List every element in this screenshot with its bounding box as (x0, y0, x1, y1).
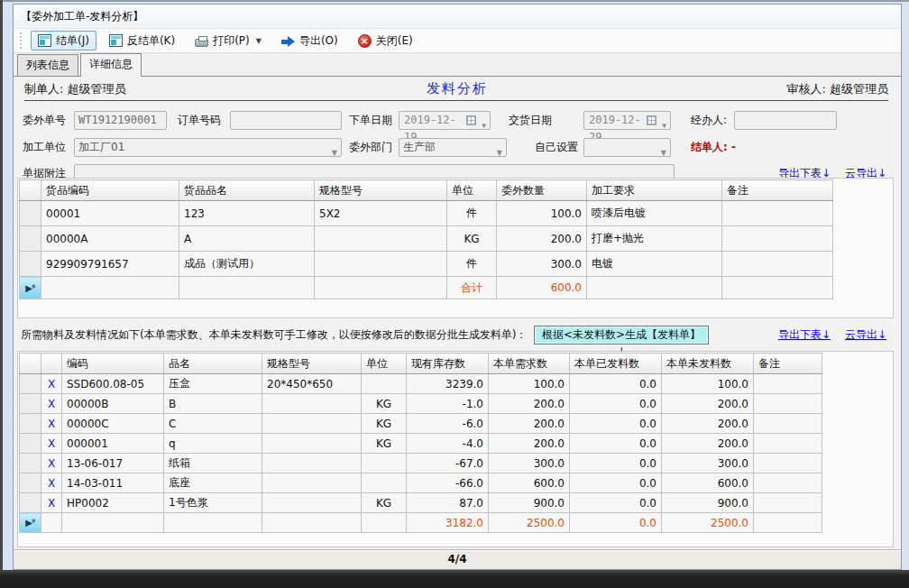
cell-remark (754, 454, 822, 473)
row-selector[interactable] (20, 374, 41, 394)
calendar-icon[interactable] (647, 115, 656, 125)
cell-unissued[interactable]: 100.0 (662, 374, 754, 394)
cell-need[interactable]: 200.0 (489, 434, 570, 454)
close-window-button[interactable]: × 关闭(E) (351, 31, 420, 51)
delete-row-button[interactable]: X (41, 394, 62, 414)
print-dropdown-caret-icon[interactable]: ▼ (256, 37, 262, 45)
cloud-export-link-mid[interactable]: 云导出↓ (845, 327, 886, 343)
table-row[interactable]: X00000BBKG-1.0200.00.0200.0 (20, 394, 822, 414)
col-header-unit[interactable]: 单位 (362, 354, 407, 374)
col-header-unissued-qty[interactable]: 本单未发料数 (662, 354, 754, 374)
cell-qty: 100.0 (497, 201, 587, 226)
tab-detail-info[interactable]: 详细信息 (80, 53, 142, 77)
cell-stock: -6.0 (407, 414, 489, 434)
chevron-down-icon[interactable]: ▼ (661, 144, 666, 161)
table-total-row[interactable]: ▶*合计600.0 (20, 277, 833, 299)
cell-unissued[interactable]: 300.0 (662, 454, 754, 473)
agent-field[interactable] (734, 111, 837, 130)
process-unit-combo[interactable]: 加工厂01▼ (74, 138, 342, 157)
close-label: 关闭(E) (376, 33, 413, 49)
cell-need[interactable]: 900.0 (489, 493, 570, 513)
generate-issue-doc-button[interactable]: 根据<未发料数>生成【发料单】↓ (534, 326, 709, 345)
new-row-indicator[interactable]: ▶* (20, 277, 41, 299)
chevron-down-icon[interactable]: ▼ (662, 117, 666, 134)
col-header-code[interactable]: 编码 (62, 354, 164, 374)
cell-need[interactable]: 600.0 (489, 473, 570, 493)
table-row[interactable]: 000011235X2件100.0喷漆后电镀 (20, 201, 833, 226)
order-date-field[interactable]: 2019-12-19▼ (399, 111, 491, 130)
col-header-issued-qty[interactable]: 本单已发料数 (570, 354, 662, 374)
row-selector[interactable] (20, 473, 41, 493)
table-row[interactable]: X00000CCKG-6.0200.00.0200.0 (20, 414, 822, 434)
close-order-button[interactable]: 结单(J) (31, 31, 96, 51)
tab-list-info[interactable]: 列表信息 (17, 54, 78, 76)
col-header-need-qty[interactable]: 本单需求数 (489, 354, 570, 374)
outsource-order-window: 【委外加工单-发料分析】 结单(J) 反结单(K) 打印(P) ▼ 导出(O) … (13, 4, 902, 570)
delivery-date-field[interactable]: 2019-12-29▼ (583, 111, 671, 130)
cell-remark (754, 414, 822, 434)
export-button[interactable]: 导出(O) (274, 31, 345, 51)
col-header-spec[interactable]: 规格型号 (262, 354, 362, 374)
delete-row-button[interactable]: X (41, 434, 62, 454)
row-selector[interactable] (20, 201, 41, 226)
calendar-icon[interactable] (466, 115, 476, 125)
col-header-stock[interactable]: 现有库存数 (407, 354, 489, 374)
cell-name: q (164, 434, 262, 454)
bottom-frame-bar (0, 570, 909, 588)
material-issue-table: 编码 品名 规格型号 单位 现有库存数 本单需求数 本单已发料数 本单未发料数 … (19, 353, 822, 533)
col-header-remark[interactable]: 备注 (722, 180, 833, 201)
row-selector[interactable] (20, 493, 41, 513)
cell-unissued[interactable]: 200.0 (662, 394, 754, 414)
cell-unissued[interactable]: 600.0 (662, 473, 754, 493)
cell-need[interactable]: 200.0 (489, 414, 570, 434)
col-header-item-name[interactable]: 货品品名 (179, 180, 315, 201)
cell-unissued[interactable]: 200.0 (662, 414, 754, 434)
cell-need[interactable]: 300.0 (489, 454, 570, 473)
delete-row-button[interactable]: X (41, 374, 62, 394)
row-selector[interactable] (20, 252, 41, 277)
toolbar-grip-icon[interactable] (20, 32, 23, 49)
row-selector[interactable] (20, 454, 41, 473)
row-selector[interactable] (20, 394, 41, 414)
table-total-row[interactable]: ▶*3182.02500.00.02500.0 (20, 513, 822, 533)
delete-row-button[interactable]: X (41, 473, 62, 493)
table-row[interactable]: X14-03-011底座-66.0600.00.0600.0 (20, 473, 822, 493)
table-row[interactable]: XHP00021号色浆KG87.0900.00.0900.0 (20, 493, 822, 513)
new-row-indicator[interactable]: ▶* (20, 513, 41, 533)
col-header-outsource-qty[interactable]: 委外数量 (497, 180, 587, 201)
cell-req: 喷漆后电镀 (587, 201, 722, 226)
row-selector[interactable] (20, 226, 41, 252)
chevron-down-icon[interactable]: ▼ (497, 144, 502, 161)
table-row[interactable]: X13-06-017纸箱-67.0300.00.0300.0 (20, 454, 822, 473)
page-title: 发料分析 (14, 80, 901, 97)
cell-spec (262, 513, 362, 533)
cell-unissued[interactable]: 200.0 (662, 434, 754, 454)
delete-row-button[interactable]: X (41, 493, 62, 513)
col-header-remark[interactable]: 备注 (754, 354, 822, 374)
col-header-item-code[interactable]: 货品编码 (41, 180, 179, 201)
delete-row-button[interactable]: X (41, 414, 62, 434)
table-row[interactable]: 00000AAKG200.0打磨+抛光 (20, 226, 833, 252)
chevron-down-icon[interactable]: ▼ (332, 144, 337, 161)
row-selector[interactable] (20, 434, 41, 454)
print-button[interactable]: 打印(P) ▼ (188, 31, 269, 51)
cell-need[interactable]: 200.0 (489, 394, 570, 414)
order-no-field[interactable]: WT1912190001 (74, 111, 167, 130)
delete-row-button[interactable]: X (41, 454, 62, 473)
export-table-link-mid[interactable]: 导出下表↓ (778, 327, 831, 343)
reopen-order-button[interactable]: 反结单(K) (102, 31, 182, 51)
table-row[interactable]: X000001qKG-4.0200.00.0200.0 (20, 434, 822, 454)
cell-need[interactable]: 100.0 (489, 374, 570, 394)
sales-no-field[interactable] (230, 111, 342, 130)
dept-combo[interactable]: 生产部▼ (399, 138, 507, 157)
table-row[interactable]: XSSD600.08-05压盒20*450*6503239.0100.00.01… (20, 374, 822, 394)
row-selector[interactable] (20, 414, 41, 434)
col-header-spec[interactable]: 规格型号 (315, 180, 447, 201)
col-header-name[interactable]: 品名 (164, 354, 262, 374)
chevron-down-icon[interactable]: ▼ (482, 117, 486, 134)
col-header-process-req[interactable]: 加工要求 (587, 180, 722, 201)
table-row[interactable]: 929909791657成品（测试用）件300.0电镀 (20, 252, 833, 277)
cell-unissued[interactable]: 900.0 (662, 493, 754, 513)
custom-combo[interactable]: ▼ (583, 138, 671, 157)
col-header-unit[interactable]: 单位 (447, 180, 497, 201)
